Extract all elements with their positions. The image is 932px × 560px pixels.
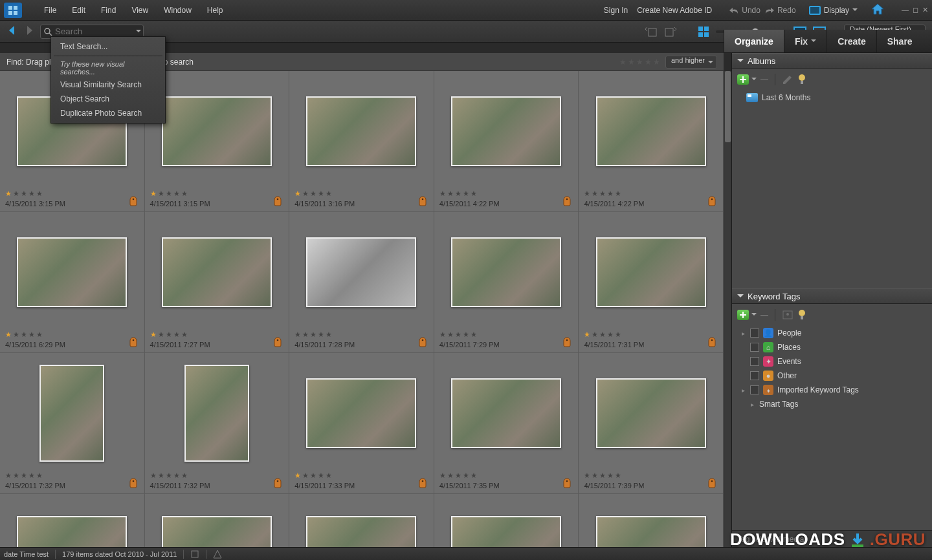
keyword-row-people[interactable]: ▸ 👤 People <box>740 326 927 340</box>
star-icon[interactable]: ★ <box>592 330 598 339</box>
tag-checkbox[interactable] <box>750 343 759 352</box>
tab-fix[interactable]: Fix <box>784 30 827 52</box>
menu-window[interactable]: Window <box>157 3 198 17</box>
thumbnail-image[interactable] <box>451 96 561 166</box>
star-icon[interactable]: ★ <box>150 189 157 198</box>
star-icon[interactable]: ★ <box>21 189 27 198</box>
star-icon[interactable]: ★ <box>13 330 19 339</box>
rotate-right-icon[interactable] <box>664 26 677 38</box>
tag-checkbox[interactable] <box>750 371 759 380</box>
star-icon[interactable]: ★ <box>463 330 469 339</box>
thumbnail-grid[interactable]: ★★★★★4/15/2011 3:15 PM★★★★★4/15/2011 3:1… <box>0 71 724 547</box>
star-icon[interactable]: ★ <box>302 471 309 480</box>
thumbnail-image[interactable] <box>306 378 416 448</box>
thumbnail-rating[interactable]: ★★★★★ <box>294 330 428 339</box>
thumbnail-cell[interactable] <box>0 494 145 547</box>
thumbnail-view-icon[interactable] <box>698 26 709 38</box>
tag-icon[interactable] <box>707 196 716 206</box>
star-icon[interactable]: ★ <box>28 471 35 480</box>
thumbnail-rating[interactable]: ★★★★★ <box>584 471 718 480</box>
star-icon[interactable]: ★ <box>318 330 324 339</box>
redo-button[interactable]: Redo <box>764 6 796 15</box>
chevron-down-icon[interactable] <box>751 78 757 83</box>
home-button[interactable] <box>865 3 890 17</box>
star-icon[interactable]: ★ <box>302 330 309 339</box>
add-album-button[interactable] <box>737 74 749 85</box>
star-icon[interactable]: ★ <box>166 189 172 198</box>
nav-back-button[interactable] <box>6 25 18 38</box>
tag-icon[interactable] <box>418 478 427 488</box>
vertical-scrollbar[interactable] <box>724 71 731 547</box>
star-icon[interactable]: ★ <box>181 471 188 480</box>
search-menu-object-search[interactable]: Object Search <box>51 92 165 106</box>
star-icon[interactable]: ★ <box>36 189 43 198</box>
star-icon[interactable]: ★ <box>173 330 180 339</box>
tab-share[interactable]: Share <box>876 30 923 52</box>
tag-checkbox[interactable] <box>750 357 759 366</box>
thumbnail-rating[interactable]: ★★★★★ <box>439 189 573 198</box>
star-icon[interactable]: ★ <box>36 330 43 339</box>
star-icon[interactable]: ★ <box>13 189 19 198</box>
thumbnail-cell[interactable]: ★★★★★4/15/2011 3:15 PM <box>145 71 290 212</box>
tag-icon[interactable] <box>562 196 571 206</box>
star-icon[interactable]: ★ <box>150 330 157 339</box>
tab-create[interactable]: Create <box>827 30 876 52</box>
maximize-button[interactable]: ◻ <box>913 6 918 14</box>
thumbnail-cell[interactable]: ★★★★★4/15/2011 7:29 PM <box>434 212 579 353</box>
tag-icon[interactable] <box>273 196 282 206</box>
star-icon[interactable]: ★ <box>36 471 43 480</box>
star-icon[interactable]: ★ <box>13 471 19 480</box>
star-icon[interactable]: ★ <box>463 471 469 480</box>
star-icon[interactable]: ★ <box>173 471 180 480</box>
star-icon[interactable]: ★ <box>439 330 446 339</box>
star-icon[interactable]: ★ <box>447 330 454 339</box>
album-item[interactable]: Last 6 Months <box>737 91 927 105</box>
thumbnail-rating[interactable]: ★★★★★ <box>5 189 139 198</box>
star-icon[interactable]: ★ <box>310 471 316 480</box>
star-icon[interactable]: ★ <box>28 330 35 339</box>
star-icon[interactable]: ★ <box>615 189 621 198</box>
keyword-tags-panel-header[interactable]: Keyword Tags <box>732 288 932 304</box>
star-icon[interactable]: ★ <box>302 189 309 198</box>
star-icon[interactable]: ★ <box>294 189 301 198</box>
star-icon[interactable]: ★ <box>326 189 332 198</box>
rating-mode-dropdown[interactable]: and higher <box>665 56 717 69</box>
star-icon[interactable]: ★ <box>455 189 461 198</box>
star-icon[interactable]: ★ <box>607 330 614 339</box>
keyword-row-places[interactable]: ⌂ Places <box>740 340 927 354</box>
star-icon[interactable]: ★ <box>150 471 157 480</box>
star-icon[interactable]: ★ <box>28 189 35 198</box>
tag-icon[interactable] <box>129 478 138 488</box>
thumbnail-cell[interactable] <box>145 494 290 547</box>
add-tag-button[interactable] <box>737 310 749 320</box>
star-icon[interactable]: ★ <box>592 471 598 480</box>
star-icon[interactable]: ★ <box>471 189 477 198</box>
menu-file[interactable]: File <box>38 3 63 17</box>
star-icon[interactable]: ★ <box>326 471 332 480</box>
star-icon[interactable]: ★ <box>628 58 635 67</box>
create-adobe-id-link[interactable]: Create New Adobe ID <box>637 6 712 15</box>
tag-icon[interactable] <box>562 478 571 488</box>
tag-icon[interactable] <box>418 196 427 206</box>
nav-forward-button[interactable] <box>23 25 35 38</box>
thumbnail-image[interactable] <box>596 237 706 307</box>
thumbnail-rating[interactable]: ★★★★★ <box>150 330 284 339</box>
thumbnail-cell[interactable]: ★★★★★4/15/2011 6:29 PM <box>0 212 145 353</box>
star-icon[interactable]: ★ <box>294 330 301 339</box>
thumbnail-cell[interactable]: ★★★★★4/15/2011 4:22 PM <box>579 71 724 212</box>
tips-icon[interactable] <box>797 74 806 85</box>
star-icon[interactable]: ★ <box>653 58 660 67</box>
thumbnail-rating[interactable]: ★★★★★ <box>584 189 718 198</box>
scrollbar-thumb[interactable] <box>725 71 731 142</box>
albums-panel-header[interactable]: Albums <box>732 53 932 69</box>
thumbnail-cell[interactable]: ★★★★★4/15/2011 7:31 PM <box>579 212 724 353</box>
status-icon[interactable] <box>190 550 199 559</box>
star-icon[interactable]: ★ <box>294 471 301 480</box>
star-icon[interactable]: ★ <box>592 189 598 198</box>
tag-icon[interactable] <box>273 337 282 347</box>
star-icon[interactable]: ★ <box>463 189 469 198</box>
thumbnail-rating[interactable]: ★★★★★ <box>294 471 428 480</box>
thumbnail-image[interactable] <box>17 516 127 547</box>
app-logo[interactable] <box>4 3 22 18</box>
search-dropdown-arrow[interactable] <box>136 30 141 35</box>
